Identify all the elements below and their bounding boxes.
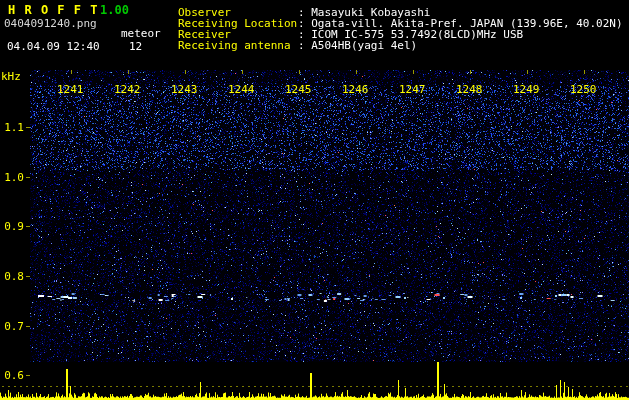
time-label: 1250 [570, 83, 597, 96]
info-label: Receiving antenna [178, 40, 298, 51]
hrofft-screen: { "header": { "title": "H R O F F T", "v… [0, 0, 629, 400]
time-label: 1241 [57, 83, 84, 96]
time-label: 1245 [285, 83, 312, 96]
info-value: A504HB(yagi 4el) [311, 39, 417, 52]
mode-label: meteor [121, 27, 161, 40]
time-label: 1248 [456, 83, 483, 96]
time-label: 1242 [114, 83, 141, 96]
time-label: 1244 [228, 83, 255, 96]
time-label: 1247 [399, 83, 426, 96]
echo-count-label: 12 [129, 40, 142, 53]
time-label: 1249 [513, 83, 540, 96]
freq-label: 0.7 [0, 320, 24, 333]
freq-axis: 1.11.00.90.80.70.6 [0, 0, 26, 400]
time-label: 1243 [171, 83, 198, 96]
freq-label: 1.0 [0, 171, 24, 184]
freq-label: 0.6 [0, 369, 24, 382]
time-label: 1246 [342, 83, 369, 96]
app-version: 1.00 [100, 3, 129, 17]
info-separator: : [298, 39, 311, 52]
station-info: Observer: Masayuki KobayashiReceiving Lo… [178, 7, 623, 51]
spectrogram-canvas [0, 0, 629, 400]
freq-label: 0.8 [0, 270, 24, 283]
freq-label: 0.9 [0, 220, 24, 233]
time-axis: 1241124212431244124512461247124812491250 [0, 83, 629, 95]
info-row: Receiving antenna: A504HB(yagi 4el) [178, 40, 623, 51]
freq-label: 1.1 [0, 121, 24, 134]
